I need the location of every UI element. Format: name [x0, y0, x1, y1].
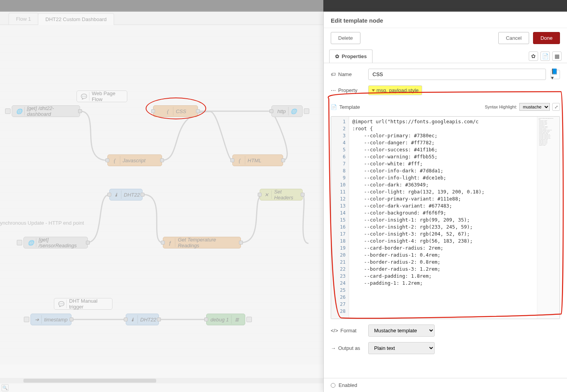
scrollbar-thumb[interactable]	[23, 379, 156, 383]
out-port[interactable]	[301, 193, 305, 197]
node-appearance-button[interactable]: ▦	[552, 51, 562, 61]
node-dht22-b[interactable]: 🌡 DHT22	[126, 314, 159, 325]
node-handle[interactable]	[17, 240, 22, 245]
comment-label: Web Page Flow	[92, 90, 123, 102]
drawer-title: Edit template node	[331, 17, 383, 24]
globe-icon: 🌐	[28, 238, 36, 247]
function-icon: ƒ	[167, 238, 175, 247]
done-button[interactable]: Done	[533, 32, 560, 44]
output-label: →Output as	[331, 345, 364, 351]
node-label: http	[277, 108, 286, 114]
comment-manual[interactable]: 💬 DHT Manual trigger	[54, 298, 112, 310]
node-label: CSS	[176, 108, 186, 114]
in-port[interactable]	[107, 193, 111, 197]
node-label: Set Headers	[274, 189, 298, 200]
node-label: Get Temperature Readings	[178, 237, 237, 248]
syntax-select[interactable]: mustache	[519, 103, 550, 111]
inject-icon: ➔	[35, 315, 42, 324]
node-label: [get] /sensorReadings	[39, 237, 84, 248]
expand-icon: ⤢	[555, 105, 558, 110]
node-debug[interactable]: debug 1 ≣	[206, 314, 245, 325]
out-port[interactable]	[160, 158, 164, 162]
arrow-right-icon: →	[331, 345, 336, 351]
node-handle[interactable]	[304, 108, 309, 114]
template-icon: {	[165, 107, 173, 115]
node-handle[interactable]	[5, 108, 11, 114]
node-label: DHT22	[124, 192, 140, 198]
node-timestamp[interactable]: ➔ timestamp	[30, 314, 71, 325]
property-chip[interactable]: msg. payload.style	[368, 85, 422, 95]
inject-button[interactable]	[24, 317, 29, 322]
tab-label: Properties	[342, 53, 367, 59]
out-port[interactable]	[196, 109, 200, 113]
node-label: timestamp	[44, 317, 68, 323]
out-port[interactable]	[281, 158, 285, 162]
book-icon: 📘▾	[551, 68, 560, 81]
node-html[interactable]: { HTML	[232, 154, 283, 166]
cancel-button[interactable]: Cancel	[498, 32, 529, 44]
comment-icon: 💬	[58, 300, 67, 308]
sensor-icon: 🌡	[130, 315, 138, 324]
flow-canvas[interactable]: 💬 Web Page Flow 🌐 [get] /dht22-dashboard…	[0, 25, 323, 364]
in-port[interactable]	[204, 318, 208, 321]
template-editor[interactable]: 1234567891011121314151617181920212223242…	[331, 116, 560, 319]
node-javascript[interactable]: { Javascript	[107, 154, 162, 166]
format-select[interactable]: Mustache template	[368, 325, 435, 337]
node-get-dashboard[interactable]: 🌐 [get] /dht22-dashboard	[12, 105, 80, 117]
node-get-sensor[interactable]: 🌐 [get] /sensorReadings	[23, 237, 88, 248]
expand-button[interactable]: ⤢	[552, 103, 560, 111]
name-input[interactable]	[368, 69, 546, 80]
template-icon: {	[237, 156, 245, 165]
in-port[interactable]	[258, 193, 262, 197]
out-port[interactable]	[141, 193, 144, 197]
template-icon: {	[112, 156, 120, 165]
node-css[interactable]: { CSS	[153, 105, 198, 117]
node-settings-button[interactable]: ✿	[529, 51, 538, 61]
out-port[interactable]	[86, 241, 90, 245]
in-port[interactable]	[105, 158, 109, 162]
name-label: 🏷Name	[331, 71, 364, 77]
node-label: debug 1	[210, 317, 229, 323]
enabled-toggle[interactable]	[331, 383, 335, 388]
comment-icon: 💬	[81, 92, 89, 101]
comment-web-page-flow[interactable]: 💬 Web Page Flow	[77, 90, 127, 102]
syntax-label: Syntax Highlight:	[485, 105, 517, 109]
out-port[interactable]	[70, 318, 73, 321]
out-port[interactable]	[157, 318, 161, 321]
debug-icon: ≣	[231, 315, 240, 324]
out-port[interactable]	[78, 109, 82, 113]
node-docs-button[interactable]: 📄	[540, 51, 550, 61]
in-port[interactable]	[230, 158, 234, 162]
section-label: ynchronous Update - HTTP end point	[0, 220, 84, 226]
node-get-temp[interactable]: ƒ Get Temperature Readings	[163, 237, 241, 248]
node-label: DHT22	[140, 317, 156, 323]
code-content[interactable]: @import url("https://fonts.googleapis.co…	[349, 117, 537, 319]
appearance-icon: ▦	[555, 53, 560, 59]
tab-dht22-dashboard[interactable]: DHT22 Custom Dashboard	[38, 13, 114, 25]
property-label: ⋯Property	[331, 87, 364, 93]
minimap[interactable]: @import url("https://fonts.googleapis.co…	[537, 117, 560, 319]
search-button[interactable]: 🔍	[2, 384, 9, 391]
output-select[interactable]: Plain text	[368, 342, 435, 354]
delete-button[interactable]: Delete	[331, 32, 360, 44]
in-port[interactable]	[124, 318, 128, 321]
doc-icon: 📄	[542, 53, 549, 59]
globe-icon: 🌐	[16, 107, 25, 115]
in-port[interactable]	[269, 109, 273, 113]
name-type-button[interactable]: 📘▾	[551, 70, 560, 79]
node-dht22-a[interactable]: 🌡 DHT22	[109, 189, 143, 200]
horizontal-scrollbar[interactable]	[0, 378, 323, 383]
comment-label: DHT Manual trigger	[69, 298, 108, 310]
edit-drawer: Edit template node Delete Cancel Done ✿ …	[323, 12, 567, 392]
in-port[interactable]	[151, 109, 155, 113]
node-http[interactable]: http 🌐	[271, 105, 303, 117]
tab-flow1[interactable]: Flow 1	[9, 13, 38, 25]
properties-tab[interactable]: ✿ Properties	[329, 50, 373, 63]
out-port[interactable]	[239, 241, 243, 245]
property-prefix: msg.	[376, 87, 387, 93]
chevron-down-icon	[372, 89, 375, 92]
in-port[interactable]	[161, 241, 165, 245]
node-handle[interactable]	[246, 317, 252, 322]
node-set-headers[interactable]: ✕ Set Headers	[260, 189, 303, 200]
enabled-label: Enabled	[339, 382, 357, 388]
